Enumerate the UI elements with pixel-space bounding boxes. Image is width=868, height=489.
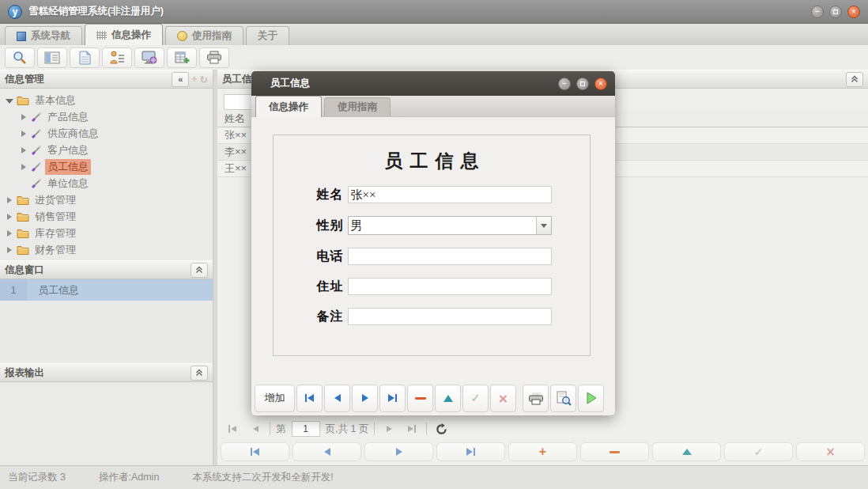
- print-button[interactable]: [523, 385, 549, 412]
- name-input[interactable]: [348, 186, 552, 203]
- add-button-label: 增加: [265, 391, 285, 405]
- collapsed-arrow-icon[interactable]: [7, 197, 12, 203]
- collapsed-arrow-icon[interactable]: [21, 164, 26, 170]
- expanded-arrow-icon[interactable]: [6, 99, 13, 104]
- refresh-button[interactable]: [432, 421, 450, 437]
- run-button[interactable]: [578, 385, 604, 412]
- tab-info-operation[interactable]: 信息操作: [85, 24, 163, 45]
- tab-about[interactable]: 关于: [246, 26, 289, 45]
- printer-button[interactable]: [199, 47, 229, 68]
- wand-icon: [31, 178, 42, 189]
- employee-list-button[interactable]: [102, 47, 132, 68]
- employee-list-icon: [109, 51, 125, 65]
- confirm-button[interactable]: ✓: [462, 385, 489, 412]
- tree-item-label: 单位信息: [45, 176, 91, 191]
- toolbar: [0, 45, 868, 70]
- tree-item-purchase-mgmt[interactable]: 进货管理: [0, 191, 213, 208]
- dialog-tab-user-guide[interactable]: 使用指南: [324, 97, 391, 116]
- last-record-button[interactable]: [379, 385, 406, 412]
- collapsed-arrow-icon[interactable]: [21, 114, 26, 120]
- tree-item-label: 进货管理: [32, 192, 78, 208]
- collapsed-arrow-icon[interactable]: [7, 247, 12, 253]
- info-window-item-employee[interactable]: 1 员工信息: [0, 279, 213, 301]
- delete-record-button[interactable]: [407, 385, 433, 412]
- dropdown-button[interactable]: [536, 217, 551, 234]
- prev-record-button[interactable]: [292, 442, 361, 461]
- dialog-titlebar[interactable]: 员工信息 − ×: [251, 71, 615, 96]
- page-number-input[interactable]: [292, 421, 320, 437]
- note-input[interactable]: [348, 308, 552, 325]
- last-page-button[interactable]: [403, 421, 421, 437]
- address-input[interactable]: [348, 278, 552, 295]
- info-window-panel-header: 信息窗口: [0, 260, 213, 279]
- tree-item-product-info[interactable]: 产品信息: [0, 108, 213, 125]
- delete-record-button[interactable]: [580, 442, 649, 461]
- next-page-button[interactable]: [380, 421, 398, 437]
- tree-item-customer-info[interactable]: 客户信息: [0, 142, 213, 158]
- tree-item-employee-info[interactable]: 员工信息: [0, 158, 213, 175]
- collapse-main-panel-button[interactable]: [846, 72, 863, 87]
- dialog-maximize-icon[interactable]: [576, 78, 589, 90]
- refresh-icon: [436, 423, 447, 435]
- monitor-globe-button[interactable]: [134, 47, 164, 68]
- print-preview-button[interactable]: [550, 385, 576, 412]
- search-button[interactable]: [5, 47, 35, 68]
- dialog-close-icon[interactable]: ×: [594, 78, 607, 90]
- panel-title: 信息窗口: [5, 263, 44, 277]
- add-record-button[interactable]: +: [508, 442, 577, 461]
- tree-item-sales-mgmt[interactable]: 销售管理: [0, 208, 213, 225]
- add-panel-icon[interactable]: +: [191, 74, 197, 85]
- chevron-down-icon: [541, 224, 547, 228]
- collapsed-arrow-icon[interactable]: [7, 230, 12, 237]
- close-icon[interactable]: ×: [847, 6, 860, 18]
- cancel-button[interactable]: ×: [796, 442, 865, 461]
- gender-select[interactable]: [348, 216, 552, 235]
- check-icon: ✓: [754, 445, 764, 458]
- dialog-minimize-icon[interactable]: −: [558, 78, 571, 90]
- prev-page-button[interactable]: [247, 421, 264, 437]
- tree-item-inventory-mgmt[interactable]: 库存管理: [0, 225, 213, 241]
- next-record-button[interactable]: [364, 442, 433, 461]
- prev-record-button[interactable]: [324, 385, 350, 412]
- collapsed-arrow-icon[interactable]: [21, 147, 26, 154]
- maximize-icon[interactable]: [829, 6, 842, 18]
- pagination-bar: 第 页,共 1 页: [221, 419, 865, 439]
- form-title: 员工信息: [274, 149, 590, 173]
- collapse-info-window-button[interactable]: [191, 263, 208, 278]
- minimize-icon[interactable]: −: [811, 6, 824, 18]
- employee-form: 员工信息 姓名 性别 电话 住址: [273, 135, 591, 356]
- confirm-button[interactable]: ✓: [724, 442, 793, 461]
- edit-record-button[interactable]: [652, 442, 721, 461]
- refresh-panel-icon[interactable]: ↻: [200, 74, 208, 85]
- document-button[interactable]: [70, 47, 100, 68]
- tab-system-nav[interactable]: 系统导航: [5, 26, 82, 45]
- collapsed-arrow-icon[interactable]: [7, 214, 12, 220]
- edit-record-button[interactable]: [435, 385, 461, 412]
- form-view-button[interactable]: [37, 47, 67, 68]
- collapsed-arrow-icon[interactable]: [21, 131, 26, 137]
- first-page-button[interactable]: [224, 421, 241, 437]
- tree-item-unit-info[interactable]: 单位信息: [0, 175, 213, 191]
- folder-icon: [17, 211, 29, 222]
- phone-input[interactable]: [348, 248, 552, 265]
- table-add-button[interactable]: [167, 47, 197, 68]
- cancel-button[interactable]: ×: [490, 385, 516, 412]
- dialog-body: 员工信息 姓名 性别 电话 住址: [251, 117, 615, 381]
- report-output-panel-header: 报表输出: [0, 363, 213, 382]
- tree-item-finance-mgmt[interactable]: 财务管理: [0, 241, 213, 258]
- first-record-button[interactable]: [221, 442, 289, 461]
- dialog-title: 员工信息: [270, 77, 310, 90]
- first-record-button[interactable]: [296, 385, 323, 412]
- add-button[interactable]: 增加: [255, 385, 295, 412]
- collapse-report-button[interactable]: [191, 366, 208, 381]
- last-record-button[interactable]: [436, 442, 505, 461]
- chevron-up-icon: [195, 369, 203, 377]
- wand-icon: [31, 128, 42, 139]
- gender-value-input[interactable]: [349, 217, 536, 234]
- collapse-sidebar-button[interactable]: «: [172, 72, 189, 87]
- tree-item-supplier-info[interactable]: 供应商信息: [0, 125, 213, 142]
- tree-item-basic-info[interactable]: 基本信息: [0, 92, 213, 108]
- next-record-button[interactable]: [352, 385, 378, 412]
- dialog-tab-info-operation[interactable]: 信息操作: [255, 96, 322, 117]
- tab-user-guide[interactable]: 使用指南: [165, 26, 243, 45]
